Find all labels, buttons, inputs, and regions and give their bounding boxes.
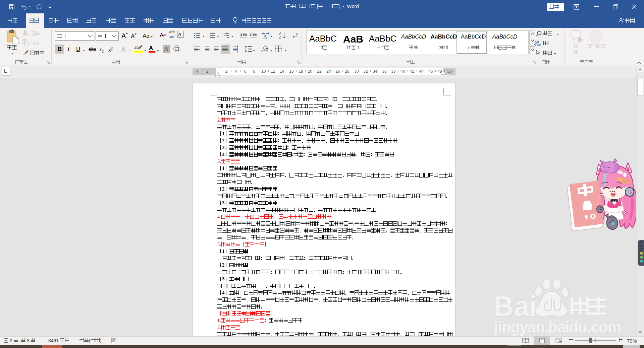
svg-text:3: 3 — [208, 37, 209, 39]
svg-text:A: A — [263, 34, 267, 39]
svg-text:A: A — [279, 32, 281, 36]
svg-text:Z: Z — [279, 36, 281, 39]
svg-text:i: i — [225, 37, 225, 39]
